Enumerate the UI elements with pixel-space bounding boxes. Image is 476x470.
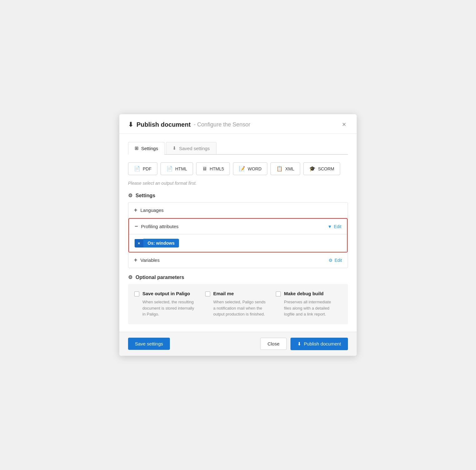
variables-accordion-row[interactable]: + Variables ⚙ Edit xyxy=(128,252,348,268)
accordion-item-profiling: − Profiling attributes ▼ Edit × Os: wind… xyxy=(128,218,348,252)
publish-title-icon: ⬇ xyxy=(128,121,133,128)
pdf-icon: 📄 xyxy=(134,166,140,172)
variables-gear-icon: ⚙ xyxy=(329,258,333,263)
xml-label: XML xyxy=(285,166,294,171)
scorm-icon: 🎓 xyxy=(309,166,315,172)
close-button[interactable]: Close xyxy=(260,338,286,350)
accordion-container: + Languages − Profiling attributes ▼ Edi… xyxy=(128,202,348,268)
optional-section-icon: ⚙ xyxy=(128,274,132,280)
title-text: Publish document xyxy=(136,121,191,128)
tab-settings[interactable]: ⊞ Settings xyxy=(128,142,165,155)
save-output-title: Save output in Paligo xyxy=(142,291,190,296)
profiling-label: Profiling attributes xyxy=(141,224,179,229)
save-settings-button[interactable]: Save settings xyxy=(128,338,170,350)
html-label: HTML xyxy=(175,166,187,171)
languages-toggle-icon: + xyxy=(134,207,137,213)
publish-modal: ⬇ Publish document - Configure the Senso… xyxy=(119,114,357,356)
profiling-edit-button[interactable]: ▼ Edit xyxy=(328,224,341,229)
email-me-desc: When selected, Paligo sends a notificati… xyxy=(205,299,266,317)
saved-settings-tab-label: Saved settings xyxy=(179,146,210,151)
publish-btn-label: Publish document xyxy=(304,341,341,346)
debug-build-title: Make debug build xyxy=(284,291,324,296)
format-html5-button[interactable]: 🖥 HTML5 xyxy=(196,162,230,175)
languages-accordion-row[interactable]: + Languages xyxy=(128,203,348,218)
format-pdf-button[interactable]: 📄 PDF xyxy=(128,162,157,175)
debug-build-checkbox[interactable] xyxy=(276,291,281,296)
variables-toggle-icon: + xyxy=(134,257,137,263)
saved-settings-tab-icon: ⬇ xyxy=(172,145,176,151)
accordion-item-variables: + Variables ⚙ Edit xyxy=(128,252,348,268)
format-xml-button[interactable]: 📋 XML xyxy=(270,162,300,175)
optional-params-container: Save output in Paligo When selected, the… xyxy=(128,284,348,324)
tab-saved-settings[interactable]: ⬇ Saved settings xyxy=(166,142,216,155)
publish-btn-icon: ⬇ xyxy=(297,341,301,347)
modal-body: ⊞ Settings ⬇ Saved settings 📄 PDF 📄 HTML… xyxy=(119,134,357,332)
profiling-content: × Os: windows xyxy=(129,234,347,252)
scorm-label: SCORM xyxy=(318,166,334,171)
html5-label: HTML5 xyxy=(210,166,224,171)
debug-build-desc: Preserves all intermediate files along w… xyxy=(276,299,337,317)
tabs-container: ⊞ Settings ⬇ Saved settings xyxy=(128,141,348,155)
format-html-button[interactable]: 📄 HTML xyxy=(161,162,193,175)
profiling-edit-label: Edit xyxy=(334,224,341,229)
profiling-filter-icon: ▼ xyxy=(328,224,332,229)
modal-title: ⬇ Publish document - Configure the Senso… xyxy=(128,121,250,128)
variables-accordion-left: + Variables xyxy=(134,257,160,263)
settings-tab-label: Settings xyxy=(141,146,158,151)
profiling-tag: × Os: windows xyxy=(135,239,179,247)
profiling-accordion-left: − Profiling attributes xyxy=(135,223,179,230)
variables-label: Variables xyxy=(141,257,160,263)
xml-icon: 📋 xyxy=(276,166,283,172)
profiling-toggle-icon: − xyxy=(135,223,138,230)
variables-edit-button[interactable]: ⚙ Edit xyxy=(329,258,342,263)
accordion-item-languages: + Languages xyxy=(128,203,348,218)
email-me-checkbox[interactable] xyxy=(205,291,210,296)
optional-section-header: ⚙ Optional parameters xyxy=(128,274,348,280)
modal-header: ⬇ Publish document - Configure the Senso… xyxy=(119,114,357,134)
format-word-button[interactable]: 📝 WORD xyxy=(233,162,267,175)
opt-debug-header: Make debug build xyxy=(276,291,337,296)
variables-edit-label: Edit xyxy=(335,258,342,263)
tag-label-text: Os: windows xyxy=(143,239,179,247)
profiling-accordion-row[interactable]: − Profiling attributes ▼ Edit xyxy=(129,219,347,234)
settings-section-icon: ⚙ xyxy=(128,193,132,198)
languages-label: Languages xyxy=(141,208,164,213)
pdf-label: PDF xyxy=(143,166,151,171)
format-scorm-button[interactable]: 🎓 SCORM xyxy=(303,162,340,175)
word-icon: 📝 xyxy=(239,166,245,172)
format-buttons-container: 📄 PDF 📄 HTML 🖥 HTML5 📝 WORD 📋 XML 🎓 xyxy=(128,162,348,175)
opt-email-header: Email me xyxy=(205,291,266,296)
settings-tab-icon: ⊞ xyxy=(135,145,139,151)
opt-item-save-output: Save output in Paligo When selected, the… xyxy=(134,291,200,317)
optional-section-label: Optional parameters xyxy=(136,275,184,280)
settings-section-label: Settings xyxy=(136,193,155,198)
languages-accordion-left: + Languages xyxy=(134,207,164,213)
save-output-desc: When selected, the resulting document is… xyxy=(134,299,195,317)
save-output-checkbox[interactable] xyxy=(134,291,139,296)
html5-icon: 🖥 xyxy=(202,166,207,172)
tag-remove-button[interactable]: × xyxy=(135,239,143,247)
close-icon-button[interactable]: × xyxy=(340,120,348,129)
email-me-title: Email me xyxy=(213,291,234,296)
opt-item-debug-build: Make debug build Preserves all intermedi… xyxy=(271,291,342,317)
opt-item-email-me: Email me When selected, Paligo sends a n… xyxy=(200,291,271,317)
format-hint: Please select an output format first. xyxy=(128,181,348,186)
word-label: WORD xyxy=(248,166,261,171)
modal-footer: Save settings Close ⬇ Publish document xyxy=(119,332,357,356)
opt-save-header: Save output in Paligo xyxy=(134,291,195,296)
html-icon: 📄 xyxy=(166,166,173,172)
subtitle-text: - Configure the Sensor xyxy=(194,121,250,128)
publish-document-button[interactable]: ⬇ Publish document xyxy=(290,338,348,350)
footer-right-buttons: Close ⬇ Publish document xyxy=(260,338,348,350)
settings-section-header: ⚙ Settings xyxy=(128,193,348,198)
